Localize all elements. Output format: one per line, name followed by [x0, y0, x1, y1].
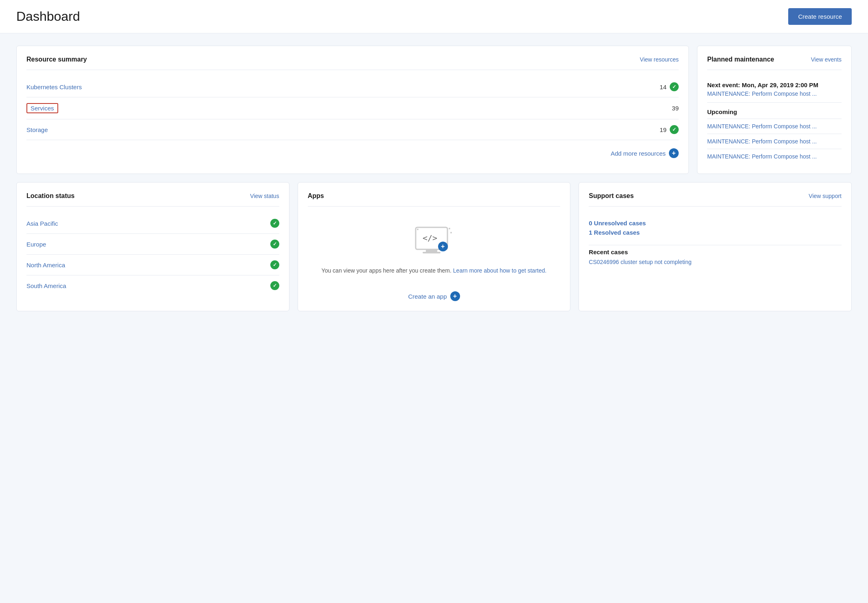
header: Dashboard Create resource: [0, 0, 868, 33]
kubernetes-clusters-link[interactable]: Kubernetes Clusters: [26, 84, 82, 90]
apps-title: Apps: [308, 192, 324, 200]
support-cases-card: Support cases View support 0 Unresolved …: [579, 182, 852, 311]
apps-illustration: </> +: [414, 225, 454, 258]
asia-pacific-link[interactable]: Asia Pacific: [26, 220, 58, 227]
main-content: Resource summary View resources Kubernet…: [0, 33, 868, 332]
view-support-link[interactable]: View support: [809, 193, 842, 199]
location-asia-pacific: Asia Pacific ✓: [26, 213, 279, 234]
planned-maintenance-card: Planned maintenance View events Next eve…: [697, 46, 852, 174]
asia-pacific-check: ✓: [270, 219, 279, 228]
services-count: 39: [672, 105, 679, 112]
apps-description: You can view your apps here after you cr…: [322, 266, 547, 275]
support-cases-title: Support cases: [589, 192, 633, 200]
next-event: Next event: Mon, Apr 29, 2019 2:00 PM MA…: [707, 77, 842, 103]
storage-count: 19 ✓: [660, 125, 679, 134]
upcoming-item-3[interactable]: MAINTENANCE: Perform Compose host ...: [707, 149, 842, 164]
storage-check-icon: ✓: [670, 125, 679, 134]
europe-link[interactable]: Europe: [26, 241, 46, 248]
resource-summary-card: Resource summary View resources Kubernet…: [16, 46, 689, 174]
europe-check: ✓: [270, 240, 279, 249]
svg-rect-1: [426, 249, 437, 252]
storage-count-value: 19: [660, 126, 666, 133]
view-resources-link[interactable]: View resources: [640, 56, 679, 63]
apps-header: Apps: [308, 192, 561, 207]
location-status-card: Location status View status Asia Pacific…: [16, 182, 289, 311]
svg-point-7: [449, 228, 450, 229]
bottom-row: Location status View status Asia Pacific…: [16, 182, 852, 311]
resource-row-kubernetes: Kubernetes Clusters 14 ✓: [26, 77, 679, 97]
resource-summary-header: Resource summary View resources: [26, 56, 679, 70]
recent-case-item[interactable]: CS0246996 cluster setup not completing: [589, 259, 842, 265]
next-event-label: Next event: Mon, Apr 29, 2019 2:00 PM: [707, 81, 842, 88]
storage-link[interactable]: Storage: [26, 126, 48, 133]
location-south-america: South America ✓: [26, 275, 279, 296]
support-cases-header: Support cases View support: [589, 192, 842, 207]
svg-point-8: [450, 232, 452, 233]
create-resource-button[interactable]: Create resource: [788, 8, 852, 25]
next-event-link[interactable]: MAINTENANCE: Perform Compose host ...: [707, 90, 817, 97]
add-more-label: Add more resources: [611, 150, 666, 157]
resolved-cases-link[interactable]: 1 Resolved cases: [589, 229, 842, 236]
north-america-link[interactable]: North America: [26, 262, 65, 268]
south-america-link[interactable]: South America: [26, 282, 66, 289]
view-events-link[interactable]: View events: [811, 56, 842, 63]
create-app-label: Create an app: [408, 293, 447, 300]
upcoming-item-2[interactable]: MAINTENANCE: Perform Compose host ...: [707, 134, 842, 149]
upcoming-title: Upcoming: [707, 108, 842, 115]
recent-cases-title: Recent cases: [589, 245, 842, 255]
location-status-title: Location status: [26, 192, 75, 200]
top-row: Resource summary View resources Kubernet…: [16, 46, 852, 174]
south-america-check: ✓: [270, 281, 279, 290]
apps-card: Apps </> +: [298, 182, 571, 311]
view-status-link[interactable]: View status: [250, 193, 279, 199]
svg-text:+: +: [441, 243, 445, 250]
create-app-icon: +: [450, 291, 460, 301]
apps-learn-more-link[interactable]: Learn more about how to get started.: [453, 267, 547, 274]
apps-inner: </> + You can view your apps here after …: [308, 213, 561, 301]
cases-counts: 0 Unresolved cases 1 Resolved cases: [589, 213, 842, 239]
svg-point-6: [417, 229, 419, 230]
resource-row-services: Services 39: [26, 97, 679, 119]
location-status-header: Location status View status: [26, 192, 279, 207]
add-more-icon: +: [669, 148, 679, 158]
kubernetes-count-value: 14: [660, 84, 666, 90]
resource-summary-title: Resource summary: [26, 56, 87, 63]
resource-row-storage: Storage 19 ✓: [26, 119, 679, 140]
location-europe: Europe ✓: [26, 234, 279, 255]
svg-text:</>: </>: [423, 233, 437, 243]
add-more-resources[interactable]: Add more resources +: [26, 148, 679, 158]
kubernetes-count: 14 ✓: [660, 82, 679, 91]
page-title: Dashboard: [16, 9, 80, 24]
create-app-link[interactable]: Create an app +: [408, 287, 460, 301]
north-america-check: ✓: [270, 260, 279, 269]
unresolved-cases-link[interactable]: 0 Unresolved cases: [589, 220, 842, 227]
planned-maintenance-header: Planned maintenance View events: [707, 56, 842, 70]
services-count-value: 39: [672, 105, 679, 112]
location-north-america: North America ✓: [26, 255, 279, 275]
kubernetes-check-icon: ✓: [670, 82, 679, 91]
services-link[interactable]: Services: [26, 103, 58, 113]
planned-maintenance-title: Planned maintenance: [707, 56, 774, 63]
svg-rect-2: [423, 252, 441, 253]
upcoming-item-1[interactable]: MAINTENANCE: Perform Compose host ...: [707, 119, 842, 134]
